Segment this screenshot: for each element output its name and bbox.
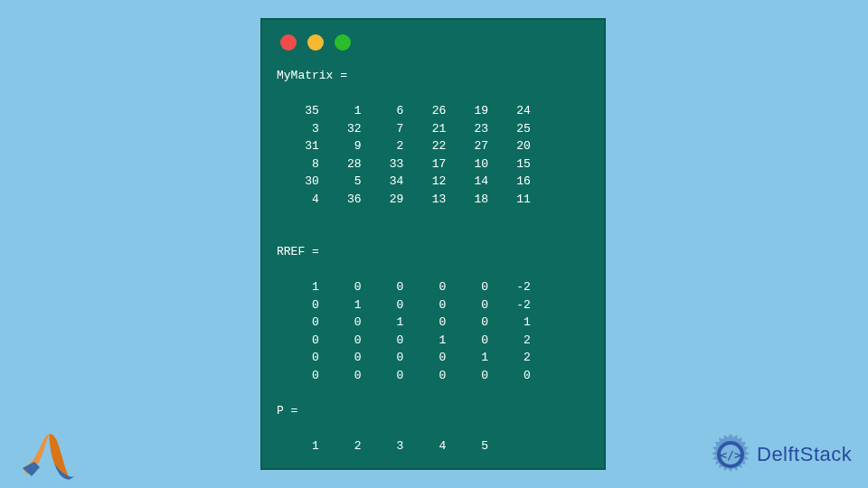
matrix-row: 0 1 0 0 0 -2 <box>277 298 531 312</box>
matrix-row: 30 5 34 12 14 16 <box>277 174 531 188</box>
svg-text:</>: </> <box>720 448 741 462</box>
close-icon[interactable] <box>280 34 297 51</box>
matrix-row: 1 0 0 0 0 -2 <box>277 280 531 294</box>
matrix-row: 8 28 33 17 10 15 <box>277 157 531 171</box>
maximize-icon[interactable] <box>335 34 351 51</box>
delftstack-logo: </> DelftStack <box>708 429 857 479</box>
matrix-row: 0 0 0 0 0 0 <box>277 369 531 382</box>
minimize-icon[interactable] <box>307 34 324 51</box>
brand-name: DelftStack <box>757 443 852 466</box>
matrix-row: 1 2 3 4 5 <box>277 439 488 453</box>
var-label-mymatrix: MyMatrix = <box>277 69 347 82</box>
matrix-row: 35 1 6 26 19 24 <box>277 104 531 117</box>
matrix-row: 0 0 0 1 0 2 <box>277 333 531 347</box>
matrix-row: 3 32 7 21 23 25 <box>277 122 531 136</box>
code-output: MyMatrix = 35 1 6 26 19 24 3 32 7 21 23 … <box>277 67 590 455</box>
gear-icon: </> <box>708 432 753 477</box>
matrix-row: 0 0 1 0 0 1 <box>277 315 531 329</box>
matlab-logo-icon <box>18 429 81 483</box>
window-controls <box>277 34 590 51</box>
var-label-p: P = <box>277 404 297 418</box>
matrix-row: 4 36 29 13 18 11 <box>277 192 531 206</box>
terminal-window: MyMatrix = 35 1 6 26 19 24 3 32 7 21 23 … <box>260 18 606 470</box>
matrix-row: 0 0 0 0 1 2 <box>277 351 531 364</box>
matrix-row: 31 9 2 22 27 20 <box>277 139 531 153</box>
var-label-rref: RREF = <box>277 245 319 258</box>
